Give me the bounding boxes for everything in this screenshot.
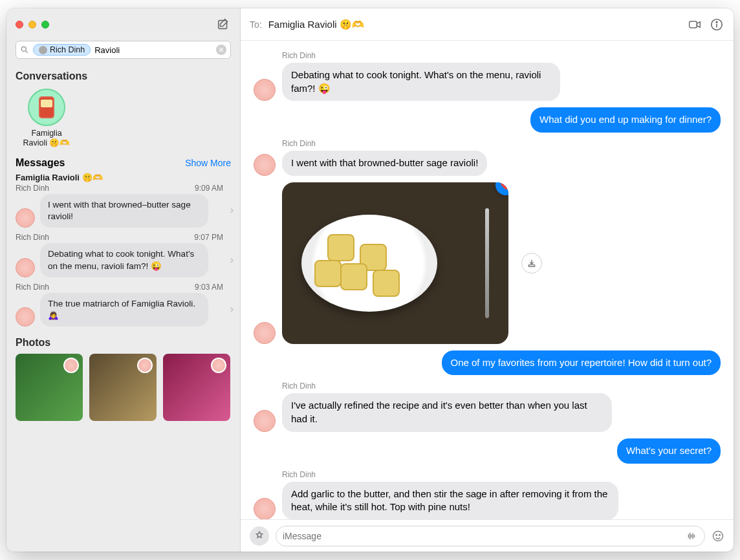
search-field[interactable]: Rich Dinh (16, 41, 231, 59)
emoji-picker-button[interactable] (712, 530, 724, 543)
composer-bar (241, 519, 734, 552)
conversations-header: Conversations (6, 65, 240, 86)
avatar (16, 307, 35, 327)
to-recipient: Famiglia Ravioli 🤫🫶 (268, 19, 364, 30)
to-label: To: (250, 19, 262, 30)
conversation-tile[interactable]: Famiglia Ravioli 🤫🫶 (16, 89, 78, 148)
details-info-button[interactable] (709, 17, 724, 32)
photo-thumbnail[interactable] (163, 354, 230, 421)
message-bubble[interactable]: Debating what to cook tonight. What's on… (282, 63, 560, 101)
compose-field[interactable] (276, 526, 705, 546)
clear-search-button[interactable] (216, 45, 226, 55)
minimize-window-button[interactable] (28, 21, 36, 28)
message-bubble[interactable]: What's your secret? (617, 438, 721, 464)
close-window-button[interactable] (16, 21, 23, 28)
incoming-message: I've actually refined the recipe and it'… (254, 393, 721, 431)
audio-message-button[interactable] (685, 530, 698, 543)
avatar (254, 498, 276, 519)
chevron-right-icon: › (230, 254, 234, 266)
person-icon (39, 46, 47, 54)
message-sender: Rich Dinh (16, 283, 49, 292)
incoming-message: I went with that browned-butter sage rav… (254, 151, 721, 176)
message-preview: I went with that browned–butter sage rav… (40, 194, 208, 228)
message-result-item[interactable]: Rich Dinh 9:07 PM Debating what to cook … (6, 232, 240, 281)
sender-label: Rich Dinh (282, 51, 721, 60)
conversation-header: To: Famiglia Ravioli 🤫🫶 (241, 8, 734, 41)
avatar-badge (63, 358, 79, 373)
message-result-item[interactable]: Rich Dinh 9:09 AM I went with that brown… (6, 182, 240, 232)
chevron-right-icon: › (230, 303, 234, 315)
plate-graphic (301, 215, 437, 312)
outgoing-message: What did you end up making for dinner? (254, 107, 721, 133)
compose-input[interactable] (283, 531, 680, 541)
fork-graphic (485, 208, 489, 318)
message-time: 9:09 AM (195, 184, 223, 193)
download-attachment-button[interactable] (521, 253, 542, 274)
message-time: 9:03 AM (195, 283, 223, 292)
chevron-right-icon: › (230, 205, 234, 217)
message-bubble[interactable]: I've actually refined the recipe and it'… (282, 393, 612, 431)
facetime-video-button[interactable] (687, 17, 702, 32)
search-token[interactable]: Rich Dinh (33, 44, 91, 56)
search-icon (20, 45, 29, 54)
messages-window: Rich Dinh Conversations Famiglia Ravioli… (6, 8, 734, 552)
window-titlebar (6, 8, 240, 41)
sender-label: Rich Dinh (282, 382, 721, 391)
search-token-label: Rich Dinh (50, 45, 85, 54)
message-bubble[interactable]: Add garlic to the butter, and then stir … (282, 482, 618, 520)
message-preview: Debating what to cook tonight. What's on… (40, 243, 208, 277)
avatar (254, 322, 276, 344)
avatar-badge (211, 358, 226, 373)
incoming-message: Debating what to cook tonight. What's on… (254, 63, 721, 101)
svg-point-1 (21, 47, 26, 51)
message-sender: Rich Dinh (16, 184, 49, 193)
photo-thumbnail[interactable] (89, 354, 157, 421)
svg-point-7 (716, 534, 717, 535)
avatar (16, 208, 35, 228)
zoom-window-button[interactable] (41, 21, 49, 28)
apps-button[interactable] (250, 526, 269, 546)
thread-title: Famiglia Ravioli 🤫🫶 (6, 170, 240, 182)
sidebar: Rich Dinh Conversations Famiglia Ravioli… (6, 8, 241, 552)
can-icon (39, 96, 54, 118)
message-preview: The true matriarch of Famiglia Ravioli. … (40, 293, 208, 327)
outgoing-message: What's your secret? (254, 438, 721, 464)
avatar (254, 154, 276, 176)
tapback-heart[interactable]: ❤️ (495, 182, 508, 195)
message-result-item[interactable]: Rich Dinh 9:03 AM The true matriarch of … (6, 281, 240, 330)
message-bubble[interactable]: One of my favorites from your repertoire… (442, 350, 721, 376)
sender-label: Rich Dinh (282, 470, 721, 479)
incoming-message: Add garlic to the butter, and then stir … (254, 482, 721, 520)
conversation-label: Famiglia Ravioli 🤫🫶 (23, 129, 71, 148)
avatar (254, 79, 276, 101)
photos-row (6, 354, 240, 430)
message-bubble[interactable]: I went with that browned-butter sage rav… (282, 151, 487, 176)
message-sender: Rich Dinh (16, 233, 49, 242)
message-bubble[interactable]: What did you end up making for dinner? (530, 107, 721, 133)
svg-point-8 (719, 534, 721, 535)
avatar (254, 410, 276, 432)
group-avatar (28, 89, 65, 126)
photo-thumbnail[interactable] (16, 354, 83, 421)
window-controls (16, 21, 49, 28)
photo-attachment[interactable]: ❤️ (282, 182, 508, 344)
chat-scroll[interactable]: Rich Dinh Debating what to cook tonight.… (241, 41, 734, 519)
svg-point-6 (713, 531, 723, 541)
messages-header: Messages (16, 157, 65, 169)
show-more-link[interactable]: Show More (185, 158, 231, 168)
svg-rect-5 (528, 264, 534, 266)
avatar-badge (137, 358, 153, 373)
avatar (16, 258, 35, 277)
sender-label: Rich Dinh (282, 139, 721, 148)
search-input[interactable] (94, 45, 212, 55)
compose-new-message-button[interactable] (217, 17, 231, 32)
svg-point-4 (716, 21, 717, 23)
conversation-pane: To: Famiglia Ravioli 🤫🫶 Rich Dinh Debati… (241, 8, 734, 552)
photos-header: Photos (6, 330, 240, 354)
message-time: 9:07 PM (194, 233, 223, 242)
svg-rect-2 (690, 21, 697, 28)
incoming-photo-message: ❤️ (254, 182, 721, 344)
outgoing-message: One of my favorites from your repertoire… (254, 350, 721, 376)
